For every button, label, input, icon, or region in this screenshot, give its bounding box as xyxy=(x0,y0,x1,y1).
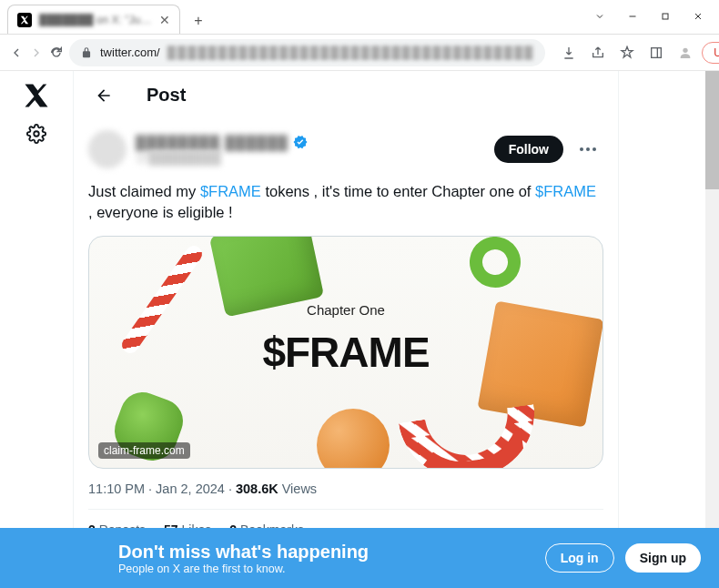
scrollbar-thumb[interactable] xyxy=(705,71,719,189)
x-logo-icon[interactable] xyxy=(23,82,50,109)
x-favicon xyxy=(17,13,32,27)
tab-strip: ███████ on X: "Just clai… ✕ + xyxy=(0,0,584,34)
tweet-meta: 11:10 PM · Jan 2, 2024 · 308.6K Views xyxy=(88,482,603,496)
handle-blurred: @████████ xyxy=(136,150,485,165)
main-column: Post ████████ ██████ @████████ Follow xyxy=(73,71,619,588)
post-header: Post xyxy=(74,71,618,119)
decor-orange-sphere-icon xyxy=(317,409,390,469)
text-part: , everyone is eligible ! xyxy=(88,204,233,220)
card-title: $FRAME xyxy=(262,328,429,377)
download-icon[interactable] xyxy=(556,40,582,66)
lock-icon xyxy=(80,46,93,59)
svg-point-12 xyxy=(586,147,590,151)
svg-point-6 xyxy=(684,47,688,52)
nav-back-icon[interactable] xyxy=(9,40,24,66)
avatar[interactable] xyxy=(88,130,127,168)
window-minimize-icon[interactable] xyxy=(617,4,648,29)
svg-point-13 xyxy=(592,147,596,151)
views-count: 308.6K xyxy=(236,482,278,496)
toolbar-right: Update xyxy=(556,40,719,66)
browser-toolbar: twitter.com/████████████████████████████… xyxy=(0,35,719,71)
banner-buttons: Log in Sign up xyxy=(545,543,701,573)
cashtag-link[interactable]: $FRAME xyxy=(200,183,261,199)
tab-close-icon[interactable]: ✕ xyxy=(159,13,170,27)
share-icon[interactable] xyxy=(585,40,611,66)
window-controls xyxy=(584,0,719,34)
views-label: Views xyxy=(282,482,317,496)
more-icon[interactable] xyxy=(572,134,603,165)
left-rail xyxy=(0,71,73,588)
sidepanel-icon[interactable] xyxy=(643,40,669,66)
browser-tab[interactable]: ███████ on X: "Just clai… ✕ xyxy=(7,5,180,34)
url-host: twitter.com/ xyxy=(100,46,160,59)
signup-banner: Don't miss what's happening People on X … xyxy=(0,528,719,588)
page-content: Post ████████ ██████ @████████ Follow xyxy=(0,71,719,588)
window-maximize-icon[interactable] xyxy=(650,4,681,29)
svg-point-10 xyxy=(34,131,39,137)
svg-rect-1 xyxy=(663,14,668,19)
tweet-header: ████████ ██████ @████████ Follow xyxy=(88,130,603,168)
window-close-icon[interactable] xyxy=(683,4,714,29)
link-card[interactable]: Chapter One $FRAME claim-frame.com xyxy=(88,236,603,469)
new-tab-button[interactable]: + xyxy=(186,8,211,34)
verified-badge-icon xyxy=(292,134,309,150)
user-block[interactable]: ████████ ██████ @████████ xyxy=(136,134,485,165)
nav-reload-icon[interactable] xyxy=(49,40,64,66)
login-button[interactable]: Log in xyxy=(545,543,614,573)
decor-green-ring-icon xyxy=(466,236,525,291)
svg-point-11 xyxy=(580,147,583,151)
decor-candy-hook-icon xyxy=(399,404,542,469)
tweet-time[interactable]: 11:10 PM xyxy=(88,482,145,496)
card-subtitle: Chapter One xyxy=(307,302,385,318)
banner-text: Don't miss what's happening People on X … xyxy=(118,542,369,575)
nav-forward-icon[interactable] xyxy=(29,40,44,66)
profile-icon[interactable] xyxy=(673,40,698,66)
page-title: Post xyxy=(147,85,186,106)
decor-candy-cane-icon xyxy=(118,242,205,356)
cashtag-link[interactable]: $FRAME xyxy=(535,183,596,199)
scrollbar-track[interactable] xyxy=(705,71,719,588)
url-path-blurred: ████████████████████████████████████ xyxy=(167,46,535,59)
tweet: ████████ ██████ @████████ Follow Just cl… xyxy=(74,119,618,550)
update-button[interactable]: Update xyxy=(702,42,719,64)
back-arrow-icon[interactable] xyxy=(88,80,119,111)
tweet-date[interactable]: Jan 2, 2024 xyxy=(156,482,225,496)
card-domain-label: claim-frame.com xyxy=(98,442,190,459)
username-blurred: ████████ ██████ xyxy=(136,135,289,150)
svg-rect-4 xyxy=(652,47,662,57)
signup-button[interactable]: Sign up xyxy=(625,543,701,573)
bookmark-star-icon[interactable] xyxy=(614,40,640,66)
tweet-text: Just claimed my $FRAME tokens , it's tim… xyxy=(88,181,603,223)
text-part: tokens , it's time to enter Chapter one … xyxy=(261,183,535,199)
banner-sub: People on X are the first to know. xyxy=(118,563,369,575)
tab-title: ███████ on X: "Just clai… xyxy=(39,14,152,26)
address-bar[interactable]: twitter.com/████████████████████████████… xyxy=(69,39,545,66)
window-dropdown-icon[interactable] xyxy=(584,4,615,29)
window-titlebar: ███████ on X: "Just clai… ✕ + xyxy=(0,0,719,35)
settings-gear-icon[interactable] xyxy=(26,124,46,144)
banner-heading: Don't miss what's happening xyxy=(118,542,369,563)
follow-button[interactable]: Follow xyxy=(494,136,563,163)
text-part: Just claimed my xyxy=(88,183,200,199)
